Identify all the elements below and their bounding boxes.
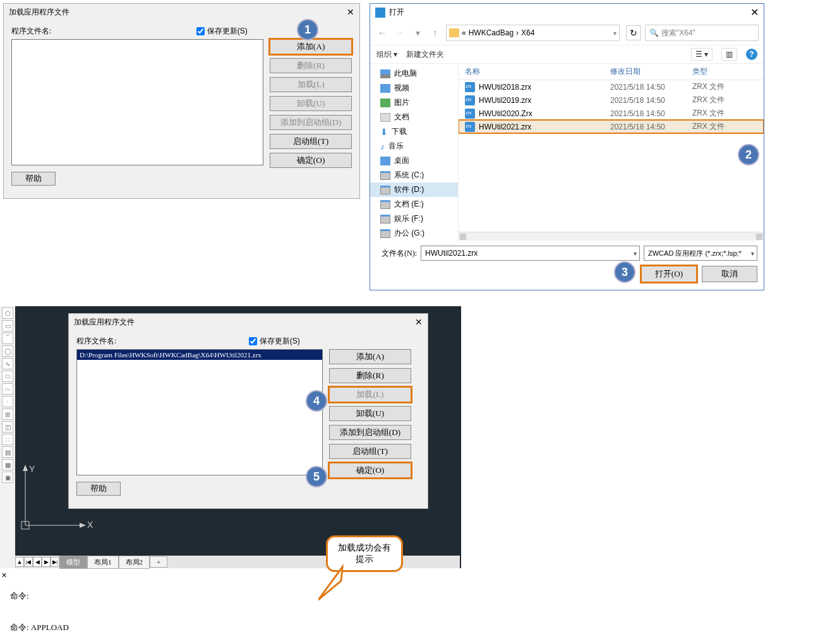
view-mode-button[interactable]: ☰ ▾ [691,48,713,61]
drive-icon [380,171,390,180]
tab-model[interactable]: 模型 [59,556,87,569]
drive-icon [380,200,390,209]
organize-menu[interactable]: 组织 ▾ [376,49,397,60]
tree-item[interactable]: 图片 [394,97,409,108]
tree-item[interactable]: 桌面 [394,155,409,166]
chevron-down-icon[interactable]: ▾ [634,250,637,257]
col-type[interactable]: 类型 [692,66,764,77]
tool-icon[interactable]: ◯ [2,345,13,357]
startup-group-button[interactable]: 启动组(T) [270,134,352,149]
tab-add[interactable]: + [150,556,167,568]
tab-layout1[interactable]: 布局1 [87,556,119,569]
tool-icon[interactable]: · [2,396,13,407]
tool-icon[interactable]: ◫ [2,421,13,432]
preview-pane-button[interactable]: ▥ [721,48,737,61]
tool-icon[interactable]: ⬭ [2,371,13,382]
folder-icon [449,28,459,37]
tree-item[interactable]: 系统 (C:) [394,170,424,181]
drive-icon [380,215,390,224]
list-item-selected[interactable]: D:\Program Files\HWKSoft\HWKCadBag\X64\H… [77,350,322,360]
help-button[interactable]: 帮助 [76,482,121,496]
program-file-list[interactable]: D:\Program Files\HWKSoft\HWKCadBag\X64\H… [76,349,323,475]
search-input[interactable]: 🔍 搜索"X64" [645,25,759,41]
breadcrumb-segment[interactable]: HWKCadBag [469,28,514,37]
tool-icon[interactable]: ⬠ [2,307,13,319]
tool-icon[interactable]: ⊞ [2,408,13,420]
file-row[interactable]: HWUtil2020.Zrx2021/5/18 14:50ZRX 文件 [459,107,764,120]
tab-nav-button[interactable]: ▶| [51,557,59,567]
chevron-down-icon[interactable]: ▾ [613,30,617,37]
tool-icon[interactable]: ▣ [2,472,13,483]
col-date[interactable]: 修改日期 [610,66,692,77]
file-row[interactable]: HWUtil2019.zrx2021/5/18 14:50ZRX 文件 [459,93,764,107]
column-headers[interactable]: 名称 修改日期 类型 [459,64,764,80]
recent-dropdown-icon[interactable]: ▾ [411,26,424,40]
tool-icon[interactable]: ∷ [2,434,13,445]
load-app-dialog-2: 加载应用程序文件 ✕ 程序文件名: 保存更新(S) D:\Program Fil… [68,313,428,509]
tool-icon[interactable]: ⌓ [2,383,13,395]
load-button[interactable]: 加载(L) [270,77,352,92]
save-updates-checkbox[interactable]: 保存更新(S) [196,26,247,37]
filename-input[interactable]: HWUtil2021.zrx▾ [421,246,640,261]
tool-icon[interactable]: ▦ [2,459,13,470]
folder-tree[interactable]: 此电脑 视频 图片 文档 ⬇下载 ♪音乐 桌面 系统 (C:) 软件 (D:) … [370,64,459,241]
help-icon[interactable]: ? [746,49,757,60]
unload-button[interactable]: 卸载(U) [329,406,411,421]
tool-icon[interactable]: ⌒ [2,333,13,344]
open-button[interactable]: 打开(O) [641,266,697,282]
close-icon[interactable]: ✕ [347,7,354,18]
refresh-icon[interactable]: ↻ [626,25,641,40]
tree-item[interactable]: 视频 [394,83,409,93]
startup-group-button[interactable]: 启动组(T) [329,444,411,459]
breadcrumb-path[interactable]: « HWKCadBag › X64 ▾ [446,25,620,41]
tool-icon[interactable]: ▤ [2,446,13,458]
tree-item[interactable]: 音乐 [388,141,404,152]
forward-arrow-icon[interactable]: → [393,26,407,40]
cad-left-toolbar: ⬠ ▭ ⌒ ◯ ∿ ⬭ ⌓ · ⊞ ◫ ∷ ▤ ▦ ▣ [0,306,15,568]
file-row-selected[interactable]: HWUtil2021.zrx2021/5/18 14:50ZRX 文件 [459,120,764,133]
chevron-down-icon[interactable]: ▾ [751,250,754,257]
close-icon[interactable]: ✕ [750,6,759,18]
ok-button[interactable]: 确定(O) [329,463,411,478]
program-file-list[interactable] [11,39,263,165]
close-icon[interactable]: ✕ [415,317,423,328]
file-list[interactable]: HWUtil2018.zrx2021/5/18 14:50ZRX 文件 HWUt… [459,80,764,232]
add-to-startup-button[interactable]: 添加到启动组(D) [329,425,411,440]
tree-item[interactable]: 软件 (D:) [394,184,424,195]
horizontal-scrollbar[interactable] [459,232,764,241]
save-updates-checkbox[interactable]: 保存更新(S) [249,336,299,347]
tab-nav-button[interactable]: ▶ [42,557,51,567]
tree-item[interactable]: 此电脑 [394,68,417,79]
delete-button[interactable]: 删除(R) [329,368,411,383]
ok-button[interactable]: 确定(O) [270,153,352,168]
up-arrow-icon[interactable]: ↑ [428,26,442,40]
tree-item[interactable]: 文档 [394,112,409,122]
file-row[interactable]: HWUtil2018.zrx2021/5/18 14:50ZRX 文件 [459,80,764,93]
tool-icon[interactable]: ∿ [2,358,13,369]
tab-nav-button[interactable]: ▲ [15,557,24,567]
add-to-startup-button[interactable]: 添加到启动组(D) [270,115,352,130]
tab-nav-button[interactable]: ◀ [33,557,42,567]
tab-layout2[interactable]: 布局2 [119,556,150,569]
unload-button[interactable]: 卸载(U) [270,96,352,111]
add-button[interactable]: 添加(A) [270,39,352,54]
load-button[interactable]: 加载(L) [329,387,411,402]
tree-item[interactable]: 办公 (G:) [394,228,424,239]
cancel-button[interactable]: 取消 [702,266,757,282]
help-button[interactable]: 帮助 [11,172,56,186]
svg-text:Y: Y [29,464,35,474]
breadcrumb-segment[interactable]: X64 [521,28,534,37]
delete-button[interactable]: 删除(R) [270,58,352,73]
add-button[interactable]: 添加(A) [329,349,411,364]
tab-nav-button[interactable]: |◀ [24,557,33,567]
close-icon[interactable]: ✕ [0,569,8,581]
tool-icon[interactable]: ▭ [2,320,13,331]
col-name[interactable]: 名称 [459,66,610,77]
back-arrow-icon[interactable]: ← [375,26,389,40]
tree-item[interactable]: 娱乐 (F:) [394,213,423,224]
file-type-filter[interactable]: ZWCAD 应用程序 (*.zrx;*.lsp;*▾ [644,246,757,261]
downloads-icon: ⬇ [380,127,388,137]
tree-item[interactable]: 下载 [392,126,407,137]
tree-item[interactable]: 文档 (E:) [394,199,424,210]
new-folder-button[interactable]: 新建文件夹 [406,49,444,60]
